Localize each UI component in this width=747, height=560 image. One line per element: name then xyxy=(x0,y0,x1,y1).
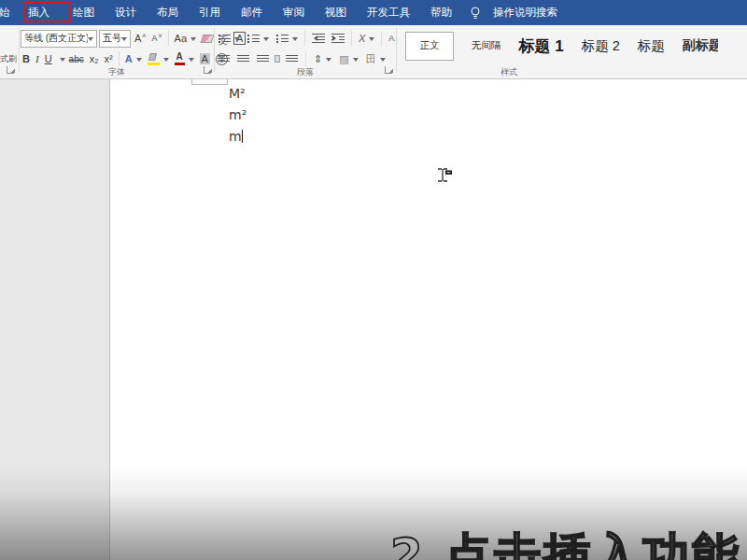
tab-home[interactable]: 开始 xyxy=(0,0,15,25)
group-divider xyxy=(214,28,215,72)
chevron-down-icon xyxy=(263,37,269,44)
text-line-3: m xyxy=(229,126,247,147)
increase-indent-icon xyxy=(331,34,345,43)
tab-help[interactable]: 帮助 xyxy=(420,0,462,25)
tab-references[interactable]: 引用 xyxy=(189,0,231,25)
group-divider xyxy=(19,28,20,72)
clipboard-group: 式刷 xyxy=(0,25,19,78)
align-center-button[interactable] xyxy=(235,50,251,67)
align-right-icon xyxy=(257,55,269,63)
chevron-down-icon xyxy=(121,37,127,44)
change-case-button[interactable]: Aa xyxy=(173,30,198,47)
paragraph-group: X A↓ ¶ ⇕ ▨ 田 段落 xyxy=(216,25,395,78)
numbering-button[interactable] xyxy=(245,30,271,47)
tab-view[interactable]: 视图 xyxy=(315,0,357,25)
bold-button[interactable]: B xyxy=(21,50,32,67)
grow-font-button[interactable]: A˄ xyxy=(133,30,148,47)
chevron-down-icon xyxy=(353,58,359,64)
group-divider xyxy=(396,28,397,72)
text-line-2: m² xyxy=(229,105,247,126)
tab-layout[interactable]: 布局 xyxy=(147,0,189,25)
shrink-font-button[interactable]: A˅ xyxy=(149,30,163,47)
font-name-value: 等线 (西文正文) xyxy=(24,32,88,45)
divider xyxy=(168,31,169,46)
styles-group: 正文 无间隔 标题 1 标题 2 标题 副标题 样式 xyxy=(398,25,747,78)
highlighter-pen-icon xyxy=(148,53,160,65)
asian-layout-button[interactable]: X xyxy=(357,30,376,47)
superscript-button[interactable]: x² xyxy=(102,50,114,67)
subscript-button[interactable]: x₂ xyxy=(88,50,101,67)
shading-button[interactable]: ▨ xyxy=(337,50,359,67)
tab-insert[interactable]: 插入 xyxy=(15,0,63,25)
multilevel-list-button[interactable] xyxy=(274,30,300,47)
italic-button[interactable]: I xyxy=(34,50,41,67)
numbered-list-icon xyxy=(247,34,260,43)
word-window: 开始 插入 绘图 设计 布局 引用 邮件 审阅 视图 开发工具 帮助 操作说明搜… xyxy=(0,0,747,560)
chevron-down-icon xyxy=(88,37,93,44)
divider xyxy=(305,51,306,66)
font-color-icon: A xyxy=(175,52,185,65)
decrease-indent-icon xyxy=(312,34,325,43)
shrink-arrow-icon: ˅ xyxy=(158,33,162,39)
borders-button[interactable]: 田 xyxy=(364,50,388,67)
divider xyxy=(119,51,120,66)
chevron-down-icon xyxy=(163,58,169,64)
chevron-down-icon xyxy=(234,37,240,44)
font-dialog-launcher-icon[interactable] xyxy=(204,66,211,74)
ribbon-tab-bar: 开始 插入 绘图 设计 布局 引用 邮件 审阅 视图 开发工具 帮助 操作说明搜… xyxy=(0,0,747,25)
chevron-down-icon xyxy=(380,58,386,64)
font-color-button[interactable]: A xyxy=(173,50,196,67)
document-text[interactable]: M² m² m xyxy=(229,83,247,147)
paragraph-group-label: 段落 xyxy=(216,66,395,78)
highlight-color-button[interactable] xyxy=(146,50,171,67)
style-heading-2[interactable]: 标题 2 xyxy=(582,37,620,55)
tab-draw[interactable]: 绘图 xyxy=(63,0,105,25)
increase-indent-button[interactable] xyxy=(330,30,346,47)
paragraph-dialog-launcher-icon[interactable] xyxy=(385,66,392,74)
chevron-down-icon xyxy=(190,37,196,44)
tab-mailings[interactable]: 邮件 xyxy=(231,0,273,25)
styles-group-label: 样式 xyxy=(500,66,517,78)
page-margin-marker[interactable] xyxy=(191,79,228,85)
divider xyxy=(351,31,352,46)
document-page[interactable]: M² m² m xyxy=(109,79,747,560)
style-title[interactable]: 标题 xyxy=(638,37,665,55)
font-size-combobox[interactable]: 五号 xyxy=(99,30,131,48)
line-spacing-button[interactable]: ⇕ xyxy=(312,50,333,67)
eraser-icon xyxy=(201,35,215,43)
style-normal[interactable]: 正文 xyxy=(405,32,454,61)
lightbulb-icon xyxy=(468,0,483,25)
underline-button[interactable]: U xyxy=(43,50,54,67)
text-line-1: M² xyxy=(229,83,247,105)
align-right-button[interactable] xyxy=(255,50,271,67)
align-left-button[interactable] xyxy=(216,50,232,67)
chevron-down-icon[interactable] xyxy=(60,58,65,64)
justify-button-selected[interactable] xyxy=(275,55,280,63)
tab-developer[interactable]: 开发工具 xyxy=(357,0,420,25)
distribute-icon xyxy=(286,55,298,63)
align-left-icon xyxy=(218,55,230,63)
multilevel-list-icon xyxy=(275,34,289,43)
chevron-down-icon xyxy=(189,58,194,64)
tell-me-search[interactable]: 操作说明搜索 xyxy=(483,0,568,25)
divider xyxy=(381,31,382,46)
strikethrough-button[interactable]: abc xyxy=(67,50,86,67)
clear-formatting-button[interactable] xyxy=(200,30,215,47)
style-subtitle[interactable]: 副标题 xyxy=(683,37,718,54)
home-ribbon: 式刷 等线 (西文正文) 五号 A˄ A˅ Aa w xyxy=(0,25,747,79)
decrease-indent-button[interactable] xyxy=(310,30,327,47)
format-painter-label-fragment[interactable]: 式刷 xyxy=(0,53,17,65)
font-name-combobox[interactable]: 等线 (西文正文) xyxy=(21,30,97,48)
tab-design[interactable]: 设计 xyxy=(105,0,147,25)
tab-review[interactable]: 审阅 xyxy=(273,0,315,25)
bullets-button[interactable] xyxy=(216,30,242,47)
clipboard-dialog-launcher-icon[interactable] xyxy=(7,66,14,74)
style-no-spacing[interactable]: 无间隔 xyxy=(472,39,501,52)
character-shading-button[interactable]: A xyxy=(198,50,212,67)
distribute-button[interactable] xyxy=(284,50,300,67)
align-center-icon xyxy=(237,55,249,63)
character-shading-icon: A xyxy=(200,53,210,64)
text-effects-button[interactable]: A xyxy=(123,50,144,67)
chevron-down-icon xyxy=(326,58,331,64)
style-heading-1[interactable]: 标题 1 xyxy=(519,35,564,57)
